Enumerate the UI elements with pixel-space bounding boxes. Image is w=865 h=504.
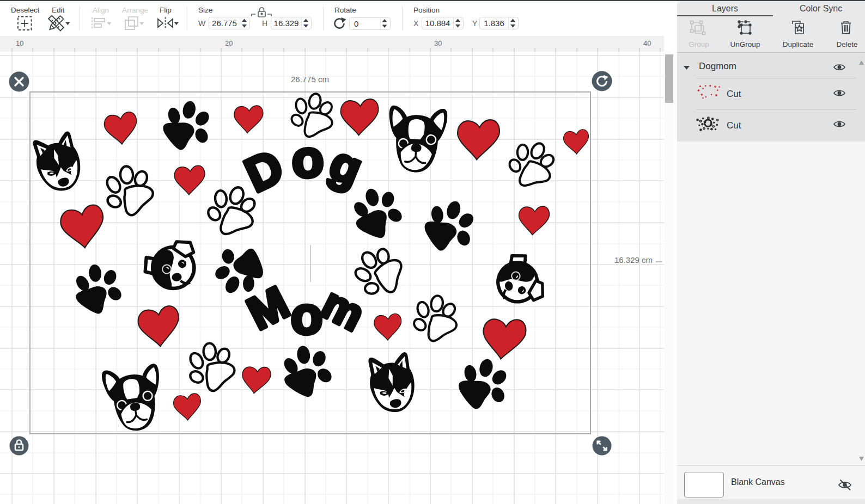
svg-text:o: o [291, 129, 325, 188]
svg-text:g: g [322, 136, 370, 196]
svg-text:D: D [237, 139, 291, 202]
svg-text:m: m [314, 278, 372, 340]
